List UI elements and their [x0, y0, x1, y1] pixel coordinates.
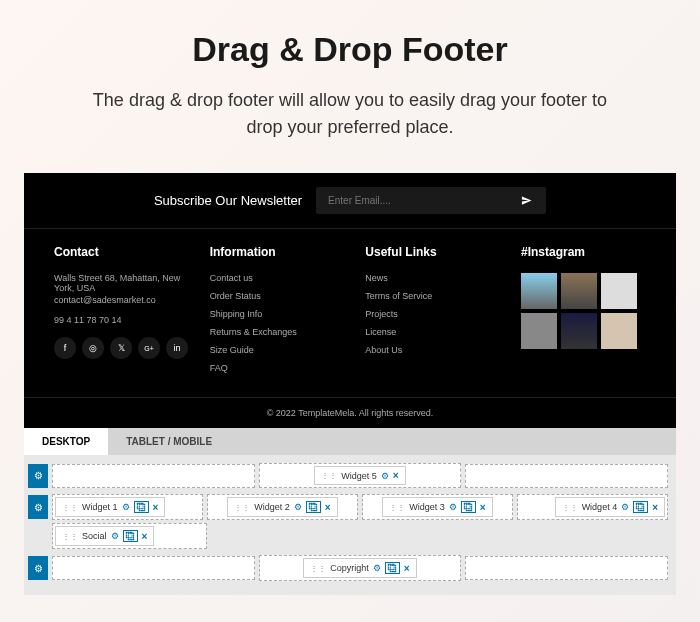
gear-icon[interactable]: ⚙	[122, 502, 130, 512]
instagram-icon[interactable]: ◎	[82, 337, 104, 359]
page-description: The drag & drop footer will allow you to…	[80, 87, 620, 141]
widget-label: Widget 2	[254, 502, 290, 512]
row-settings-button[interactable]: ⚙	[28, 464, 48, 488]
widget-chip[interactable]: ⋮⋮Widget 4⚙⿻×	[555, 497, 665, 517]
tab-desktop[interactable]: DESKTOP	[24, 428, 108, 455]
close-icon[interactable]: ×	[325, 502, 331, 513]
gear-icon[interactable]: ⚙	[111, 531, 119, 541]
gear-icon[interactable]: ⚙	[381, 471, 389, 481]
close-icon[interactable]: ×	[142, 531, 148, 542]
row-settings-button[interactable]: ⚙	[28, 556, 48, 580]
gear-icon[interactable]: ⚙	[294, 502, 302, 512]
instagram-thumb[interactable]	[561, 273, 597, 309]
drop-zone[interactable]: ⋮⋮Widget 4⚙⿻×	[517, 494, 668, 520]
gear-icon[interactable]: ⚙	[621, 502, 629, 512]
twitter-icon[interactable]: 𝕏	[110, 337, 132, 359]
drop-zone[interactable]: ⋮⋮Copyright⚙⿻×	[259, 555, 462, 581]
footer-link[interactable]: About Us	[365, 345, 501, 355]
footer-link[interactable]: Contact us	[210, 273, 346, 283]
instagram-title: #Instagram	[521, 245, 646, 259]
grip-icon: ⋮⋮	[62, 532, 78, 541]
drop-zone[interactable]: ⋮⋮Widget 3⚙⿻×	[362, 494, 513, 520]
grip-icon: ⋮⋮	[389, 503, 405, 512]
facebook-icon[interactable]: f	[54, 337, 76, 359]
footer-link[interactable]: Size Guide	[210, 345, 346, 355]
footer-contact-column: Contact Walls Street 68, Mahattan, New Y…	[54, 245, 190, 381]
widget-label: Social	[82, 531, 107, 541]
footer-link[interactable]: Terms of Service	[365, 291, 501, 301]
contact-title: Contact	[54, 245, 190, 259]
footer-builder: DESKTOP TABLET / MOBILE ⚙ ⋮⋮Widget 5⚙× ⚙…	[24, 428, 676, 595]
drop-zone[interactable]: ⋮⋮Widget 2⚙⿻×	[207, 494, 358, 520]
newsletter-email-input[interactable]	[316, 187, 507, 214]
widget-chip[interactable]: ⋮⋮Widget 5⚙×	[314, 466, 405, 485]
close-icon[interactable]: ×	[480, 502, 486, 513]
duplicate-icon[interactable]: ⿻	[461, 501, 476, 513]
grip-icon: ⋮⋮	[310, 564, 326, 573]
widget-chip[interactable]: ⋮⋮Widget 2⚙⿻×	[227, 497, 337, 517]
linkedin-icon[interactable]: in	[166, 337, 188, 359]
grip-icon: ⋮⋮	[234, 503, 250, 512]
footer-useful-column: Useful Links News Terms of Service Proje…	[365, 245, 501, 381]
drop-zone[interactable]: ⋮⋮Widget 1⚙⿻×	[52, 494, 203, 520]
instagram-thumb[interactable]	[521, 313, 557, 349]
widget-label: Widget 3	[409, 502, 445, 512]
widget-label: Copyright	[330, 563, 369, 573]
widget-chip[interactable]: ⋮⋮Social⚙⿻×	[55, 526, 154, 546]
footer-instagram-column: #Instagram	[521, 245, 646, 381]
duplicate-icon[interactable]: ⿻	[385, 562, 400, 574]
grip-icon: ⋮⋮	[321, 471, 337, 480]
widget-chip[interactable]: ⋮⋮Copyright⚙⿻×	[303, 558, 416, 578]
contact-email: contact@sadesmarket.co	[54, 295, 190, 305]
info-title: Information	[210, 245, 346, 259]
footer-link[interactable]: Projects	[365, 309, 501, 319]
useful-links: News Terms of Service Projects License A…	[365, 273, 501, 355]
tab-mobile[interactable]: TABLET / MOBILE	[108, 428, 230, 455]
drop-zone[interactable]: ⋮⋮Widget 5⚙×	[259, 463, 462, 488]
footer-link[interactable]: Shipping Info	[210, 309, 346, 319]
contact-phone: 99 4 11 78 70 14	[54, 315, 190, 325]
widget-chip[interactable]: ⋮⋮Widget 3⚙⿻×	[382, 497, 492, 517]
duplicate-icon[interactable]: ⿻	[134, 501, 149, 513]
gear-icon[interactable]: ⚙	[449, 502, 457, 512]
close-icon[interactable]: ×	[393, 470, 399, 481]
drop-zone[interactable]: ⋮⋮Social⚙⿻×	[52, 523, 207, 549]
drop-zone[interactable]	[465, 464, 668, 488]
newsletter-label: Subscribe Our Newsletter	[154, 193, 302, 208]
grip-icon: ⋮⋮	[62, 503, 78, 512]
footer-link[interactable]: Order Status	[210, 291, 346, 301]
duplicate-icon[interactable]: ⿻	[123, 530, 138, 542]
widget-label: Widget 1	[82, 502, 118, 512]
duplicate-icon[interactable]: ⿻	[306, 501, 321, 513]
footer-link[interactable]: Returns & Exchanges	[210, 327, 346, 337]
footer-link[interactable]: FAQ	[210, 363, 346, 373]
google-plus-icon[interactable]: G+	[138, 337, 160, 359]
drop-zone[interactable]	[52, 556, 255, 580]
footer-link[interactable]: News	[365, 273, 501, 283]
useful-title: Useful Links	[365, 245, 501, 259]
instagram-thumb[interactable]	[601, 313, 637, 349]
footer-link[interactable]: License	[365, 327, 501, 337]
close-icon[interactable]: ×	[652, 502, 658, 513]
contact-address: Walls Street 68, Mahattan, New York, USA	[54, 273, 190, 293]
page-title: Drag & Drop Footer	[60, 30, 640, 69]
close-icon[interactable]: ×	[153, 502, 159, 513]
widget-label: Widget 4	[582, 502, 618, 512]
newsletter-submit-button[interactable]	[507, 195, 546, 206]
gear-icon[interactable]: ⚙	[373, 563, 381, 573]
instagram-thumb[interactable]	[561, 313, 597, 349]
drop-zone[interactable]	[465, 556, 668, 580]
instagram-thumb[interactable]	[601, 273, 637, 309]
widget-chip[interactable]: ⋮⋮Widget 1⚙⿻×	[55, 497, 165, 517]
grip-icon: ⋮⋮	[562, 503, 578, 512]
footer-info-column: Information Contact us Order Status Ship…	[210, 245, 346, 381]
widget-label: Widget 5	[341, 471, 377, 481]
send-icon	[521, 195, 532, 206]
copyright-text: © 2022 TemplateMela. All rights reserved…	[24, 397, 676, 428]
close-icon[interactable]: ×	[404, 563, 410, 574]
duplicate-icon[interactable]: ⿻	[633, 501, 648, 513]
footer-preview: Subscribe Our Newsletter Contact Walls S…	[24, 173, 676, 428]
drop-zone[interactable]	[52, 464, 255, 488]
instagram-thumb[interactable]	[521, 273, 557, 309]
row-settings-button[interactable]: ⚙	[28, 495, 48, 519]
